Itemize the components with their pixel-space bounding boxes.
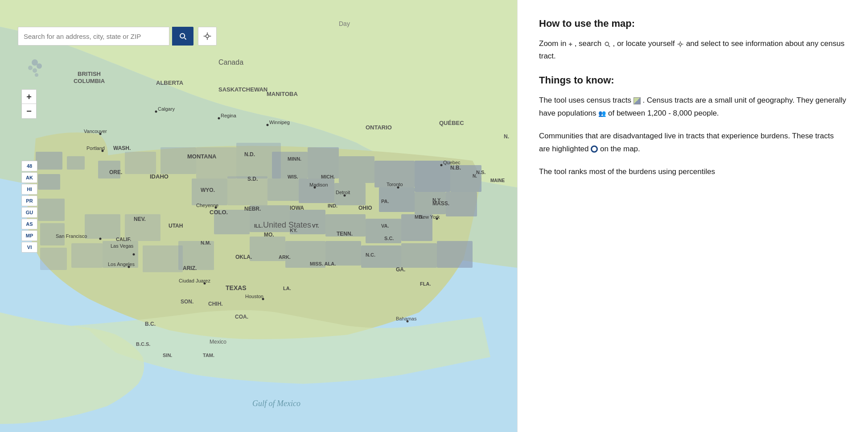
map-container[interactable]: Gulf of Mexico BRITISH COLUMBIA ALBERTA … <box>0 0 517 432</box>
region-vi-button[interactable]: VI <box>21 242 37 253</box>
svg-text:SASKATCHEWAN: SASKATCHEWAN <box>218 86 267 93</box>
census-tracts-info: The tool uses census tracts . Census tra… <box>539 94 847 120</box>
svg-text:New York: New York <box>419 214 440 220</box>
svg-text:Calgary: Calgary <box>158 106 175 112</box>
svg-text:ONTARIO: ONTARIO <box>366 124 392 131</box>
svg-text:Los Angeles: Los Angeles <box>108 262 135 267</box>
svg-text:VT.: VT. <box>312 223 319 228</box>
svg-rect-13 <box>339 156 374 183</box>
svg-text:Houston: Houston <box>245 294 263 299</box>
zoom-in-button[interactable]: + <box>22 90 36 104</box>
region-48-button[interactable]: 48 <box>21 161 37 171</box>
svg-text:B.C.S.: B.C.S. <box>136 341 150 347</box>
region-as-button[interactable]: AS <box>21 219 37 229</box>
search-icon <box>178 32 187 41</box>
svg-text:COLO.: COLO. <box>210 209 228 216</box>
things-to-know-heading: Things to know: <box>539 75 847 86</box>
locate-small-icon <box>677 38 684 50</box>
search-small-icon <box>604 38 611 50</box>
svg-text:Toronto: Toronto <box>387 182 403 187</box>
zoom-plus-icon: + <box>568 39 572 50</box>
search-button[interactable] <box>172 27 193 46</box>
svg-text:LA.: LA. <box>283 286 291 291</box>
region-gu-button[interactable]: GU <box>21 207 37 218</box>
svg-text:VA.: VA. <box>381 223 389 228</box>
svg-text:Ciudad Juarez: Ciudad Juarez <box>179 278 210 283</box>
svg-point-117 <box>133 253 135 256</box>
svg-rect-14 <box>267 179 299 201</box>
region-pr-button[interactable]: PR <box>21 195 37 206</box>
svg-text:Bahamas: Bahamas <box>396 316 417 321</box>
svg-text:Madison: Madison <box>309 182 328 187</box>
svg-text:IDAHO: IDAHO <box>150 173 169 180</box>
svg-rect-7 <box>196 147 236 179</box>
svg-rect-6 <box>160 147 196 174</box>
svg-rect-41 <box>38 199 65 221</box>
region-ak-button[interactable]: AK <box>21 172 37 183</box>
svg-text:NEBR.: NEBR. <box>244 206 261 212</box>
sidebar: How to use the map: Zoom in + , search ,… <box>517 0 868 432</box>
svg-text:FLA.: FLA. <box>420 281 431 287</box>
svg-text:MONTANA: MONTANA <box>187 153 217 160</box>
svg-text:ILL.: ILL. <box>254 223 263 228</box>
svg-text:NEV.: NEV. <box>134 216 146 222</box>
svg-text:S.D.: S.D. <box>247 176 258 182</box>
svg-rect-3 <box>38 174 60 190</box>
search-input[interactable] <box>18 27 169 46</box>
rankings-info: The tool ranks most of the burdens using… <box>539 166 847 179</box>
svg-point-59 <box>440 164 443 166</box>
svg-text:MO.: MO. <box>264 232 274 238</box>
svg-text:CHIH.: CHIH. <box>208 301 223 307</box>
svg-text:N.C.: N.C. <box>366 252 375 258</box>
svg-text:BRITISH: BRITISH <box>78 71 101 77</box>
svg-rect-18 <box>415 161 450 192</box>
svg-point-57 <box>267 124 269 126</box>
svg-rect-34 <box>437 241 473 268</box>
svg-text:Detroit: Detroit <box>336 190 350 195</box>
svg-rect-33 <box>401 243 437 268</box>
svg-rect-2 <box>67 156 85 170</box>
svg-text:TEXAS: TEXAS <box>226 284 247 291</box>
how-to-use-text: Zoom in + , search , or locate yourself … <box>539 37 847 62</box>
svg-text:MAINE: MAINE <box>490 178 505 183</box>
svg-text:N.S.: N.S. <box>476 170 485 175</box>
how-to-use-heading: How to use the map: <box>539 18 847 29</box>
svg-text:Cheyenne: Cheyenne <box>196 203 218 208</box>
svg-text:CALIF.: CALIF. <box>116 237 131 242</box>
svg-text:IND.: IND. <box>328 203 337 208</box>
svg-text:MICH.: MICH. <box>321 174 335 179</box>
svg-text:UTAH: UTAH <box>169 223 183 229</box>
svg-text:B.C.: B.C. <box>145 321 156 327</box>
svg-point-148 <box>206 35 209 38</box>
zoom-controls: + − <box>21 89 37 119</box>
svg-rect-35 <box>143 245 183 272</box>
svg-text:N.B.: N.B. <box>450 165 461 171</box>
svg-text:ARIZ.: ARIZ. <box>183 265 197 271</box>
svg-text:Regina: Regina <box>221 113 237 118</box>
svg-text:MINN.: MINN. <box>288 156 301 162</box>
svg-text:San Francisco: San Francisco <box>56 233 87 239</box>
region-mp-button[interactable]: MP <box>21 230 37 241</box>
svg-point-153 <box>679 43 682 46</box>
svg-text:SIN.: SIN. <box>163 353 172 358</box>
svg-point-53 <box>155 111 157 113</box>
svg-text:MISS. ALA.: MISS. ALA. <box>310 261 336 266</box>
svg-text:N.Y.: N.Y. <box>432 197 441 203</box>
disadvantaged-circle-icon <box>591 145 598 153</box>
svg-text:ORE.: ORE. <box>109 169 122 175</box>
svg-text:N.M.: N.M. <box>201 240 211 245</box>
svg-text:WYO.: WYO. <box>201 187 215 193</box>
locate-button[interactable] <box>198 27 217 46</box>
svg-text:Portland: Portland <box>86 145 105 151</box>
region-hi-button[interactable]: HI <box>21 184 37 195</box>
map-svg: Gulf of Mexico BRITISH COLUMBIA ALBERTA … <box>0 0 517 432</box>
locate-icon <box>203 32 212 41</box>
svg-text:COA.: COA. <box>235 314 248 320</box>
svg-point-55 <box>218 117 220 120</box>
svg-text:Vancouver: Vancouver <box>84 129 107 134</box>
zoom-out-button[interactable]: − <box>22 104 36 118</box>
svg-rect-38 <box>85 214 120 239</box>
svg-point-142 <box>33 68 37 73</box>
svg-text:Day: Day <box>339 20 350 27</box>
svg-text:WASH.: WASH. <box>113 145 131 151</box>
